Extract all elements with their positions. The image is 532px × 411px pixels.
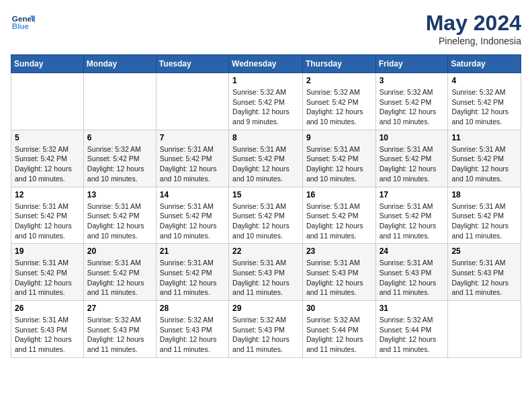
calendar-header-wednesday: Wednesday (229, 55, 303, 73)
calendar-cell: 28Sunrise: 5:32 AM Sunset: 5:43 PM Dayli… (156, 301, 228, 358)
day-number: 22 (232, 246, 299, 256)
calendar-header-tuesday: Tuesday (156, 55, 228, 73)
day-number: 3 (380, 76, 445, 85)
day-info: Sunrise: 5:31 AM Sunset: 5:43 PM Dayligh… (232, 258, 299, 298)
calendar-table: SundayMondayTuesdayWednesdayThursdayFrid… (11, 54, 521, 358)
calendar-week-row: 12Sunrise: 5:31 AM Sunset: 5:42 PM Dayli… (11, 187, 521, 244)
day-number: 17 (380, 190, 445, 199)
calendar-cell: 3Sunrise: 5:32 AM Sunset: 5:42 PM Daylig… (375, 73, 448, 130)
day-info: Sunrise: 5:31 AM Sunset: 5:42 PM Dayligh… (232, 201, 299, 241)
day-number: 9 (306, 133, 372, 142)
calendar-cell: 17Sunrise: 5:31 AM Sunset: 5:42 PM Dayli… (375, 187, 448, 244)
calendar-header-sunday: Sunday (11, 55, 84, 73)
day-info: Sunrise: 5:32 AM Sunset: 5:44 PM Dayligh… (380, 315, 445, 355)
page-header: General Blue May 2024 Pineleng, Indonesi… (11, 11, 521, 46)
calendar-cell: 16Sunrise: 5:31 AM Sunset: 5:42 PM Dayli… (302, 187, 375, 244)
day-info: Sunrise: 5:31 AM Sunset: 5:42 PM Dayligh… (160, 144, 225, 184)
day-info: Sunrise: 5:32 AM Sunset: 5:42 PM Dayligh… (87, 144, 152, 184)
calendar-cell (83, 73, 156, 130)
day-number: 18 (451, 190, 517, 199)
day-number: 24 (380, 246, 445, 256)
calendar-cell: 10Sunrise: 5:31 AM Sunset: 5:42 PM Dayli… (375, 130, 448, 187)
day-number: 28 (160, 304, 225, 313)
day-number: 20 (87, 246, 152, 256)
day-number: 13 (87, 190, 152, 199)
day-number: 26 (15, 304, 80, 313)
day-info: Sunrise: 5:32 AM Sunset: 5:42 PM Dayligh… (380, 87, 445, 127)
day-info: Sunrise: 5:31 AM Sunset: 5:43 PM Dayligh… (306, 258, 372, 298)
calendar-header-friday: Friday (375, 55, 448, 73)
day-info: Sunrise: 5:31 AM Sunset: 5:42 PM Dayligh… (87, 258, 152, 298)
day-info: Sunrise: 5:32 AM Sunset: 5:43 PM Dayligh… (160, 315, 225, 355)
month-title: May 2024 (426, 11, 521, 36)
calendar-cell (11, 73, 84, 130)
calendar-cell: 1Sunrise: 5:32 AM Sunset: 5:42 PM Daylig… (229, 73, 303, 130)
logo-icon: General Blue (11, 11, 35, 35)
day-info: Sunrise: 5:31 AM Sunset: 5:42 PM Dayligh… (451, 201, 517, 241)
logo: General Blue (11, 11, 35, 35)
day-info: Sunrise: 5:32 AM Sunset: 5:42 PM Dayligh… (451, 87, 517, 127)
calendar-cell: 19Sunrise: 5:31 AM Sunset: 5:42 PM Dayli… (11, 244, 84, 301)
calendar-cell: 12Sunrise: 5:31 AM Sunset: 5:42 PM Dayli… (11, 187, 84, 244)
calendar-cell: 11Sunrise: 5:31 AM Sunset: 5:42 PM Dayli… (448, 130, 521, 187)
calendar-cell: 31Sunrise: 5:32 AM Sunset: 5:44 PM Dayli… (375, 301, 448, 358)
calendar-week-row: 5Sunrise: 5:32 AM Sunset: 5:42 PM Daylig… (11, 130, 521, 187)
day-info: Sunrise: 5:31 AM Sunset: 5:42 PM Dayligh… (306, 201, 372, 241)
day-number: 12 (15, 190, 80, 199)
day-number: 5 (15, 133, 80, 142)
calendar-cell (156, 73, 228, 130)
title-block: May 2024 Pineleng, Indonesia (426, 11, 521, 46)
calendar-header-monday: Monday (83, 55, 156, 73)
day-info: Sunrise: 5:32 AM Sunset: 5:42 PM Dayligh… (232, 87, 299, 127)
day-info: Sunrise: 5:31 AM Sunset: 5:43 PM Dayligh… (15, 315, 80, 355)
calendar-week-row: 1Sunrise: 5:32 AM Sunset: 5:42 PM Daylig… (11, 73, 521, 130)
svg-text:Blue: Blue (12, 21, 30, 30)
day-number: 11 (451, 133, 517, 142)
calendar-cell: 22Sunrise: 5:31 AM Sunset: 5:43 PM Dayli… (229, 244, 303, 301)
day-info: Sunrise: 5:32 AM Sunset: 5:43 PM Dayligh… (87, 315, 152, 355)
calendar-cell: 18Sunrise: 5:31 AM Sunset: 5:42 PM Dayli… (448, 187, 521, 244)
calendar-cell: 5Sunrise: 5:32 AM Sunset: 5:42 PM Daylig… (11, 130, 84, 187)
day-number: 1 (232, 76, 299, 85)
day-info: Sunrise: 5:31 AM Sunset: 5:42 PM Dayligh… (306, 144, 372, 184)
day-number: 30 (306, 304, 372, 313)
day-info: Sunrise: 5:31 AM Sunset: 5:43 PM Dayligh… (380, 258, 445, 298)
calendar-cell: 27Sunrise: 5:32 AM Sunset: 5:43 PM Dayli… (83, 301, 156, 358)
day-number: 15 (232, 190, 299, 199)
calendar-cell (448, 301, 521, 358)
calendar-header-row: SundayMondayTuesdayWednesdayThursdayFrid… (11, 55, 521, 73)
calendar-cell: 23Sunrise: 5:31 AM Sunset: 5:43 PM Dayli… (302, 244, 375, 301)
calendar-header-thursday: Thursday (302, 55, 375, 73)
day-info: Sunrise: 5:32 AM Sunset: 5:44 PM Dayligh… (306, 315, 372, 355)
calendar-cell: 7Sunrise: 5:31 AM Sunset: 5:42 PM Daylig… (156, 130, 228, 187)
day-number: 23 (306, 246, 372, 256)
calendar-cell: 8Sunrise: 5:31 AM Sunset: 5:42 PM Daylig… (229, 130, 303, 187)
day-number: 27 (87, 304, 152, 313)
calendar-week-row: 26Sunrise: 5:31 AM Sunset: 5:43 PM Dayli… (11, 301, 521, 358)
calendar-week-row: 19Sunrise: 5:31 AM Sunset: 5:42 PM Dayli… (11, 244, 521, 301)
day-number: 6 (87, 133, 152, 142)
calendar-cell: 20Sunrise: 5:31 AM Sunset: 5:42 PM Dayli… (83, 244, 156, 301)
calendar-cell: 15Sunrise: 5:31 AM Sunset: 5:42 PM Dayli… (229, 187, 303, 244)
day-info: Sunrise: 5:32 AM Sunset: 5:43 PM Dayligh… (232, 315, 299, 355)
day-info: Sunrise: 5:31 AM Sunset: 5:42 PM Dayligh… (380, 144, 445, 184)
day-info: Sunrise: 5:31 AM Sunset: 5:42 PM Dayligh… (380, 201, 445, 241)
day-info: Sunrise: 5:31 AM Sunset: 5:42 PM Dayligh… (15, 258, 80, 298)
day-number: 2 (306, 76, 372, 85)
calendar-cell: 14Sunrise: 5:31 AM Sunset: 5:42 PM Dayli… (156, 187, 228, 244)
calendar-cell: 25Sunrise: 5:31 AM Sunset: 5:43 PM Dayli… (448, 244, 521, 301)
calendar-header-saturday: Saturday (448, 55, 521, 73)
calendar-cell: 26Sunrise: 5:31 AM Sunset: 5:43 PM Dayli… (11, 301, 84, 358)
day-info: Sunrise: 5:31 AM Sunset: 5:42 PM Dayligh… (160, 258, 225, 298)
day-info: Sunrise: 5:31 AM Sunset: 5:42 PM Dayligh… (160, 201, 225, 241)
day-number: 21 (160, 246, 225, 256)
day-info: Sunrise: 5:31 AM Sunset: 5:42 PM Dayligh… (451, 144, 517, 184)
day-number: 16 (306, 190, 372, 199)
day-number: 29 (232, 304, 299, 313)
calendar-cell: 2Sunrise: 5:32 AM Sunset: 5:42 PM Daylig… (302, 73, 375, 130)
calendar-cell: 9Sunrise: 5:31 AM Sunset: 5:42 PM Daylig… (302, 130, 375, 187)
calendar-cell: 13Sunrise: 5:31 AM Sunset: 5:42 PM Dayli… (83, 187, 156, 244)
day-number: 25 (451, 246, 517, 256)
calendar-cell: 6Sunrise: 5:32 AM Sunset: 5:42 PM Daylig… (83, 130, 156, 187)
day-info: Sunrise: 5:31 AM Sunset: 5:42 PM Dayligh… (15, 201, 80, 241)
